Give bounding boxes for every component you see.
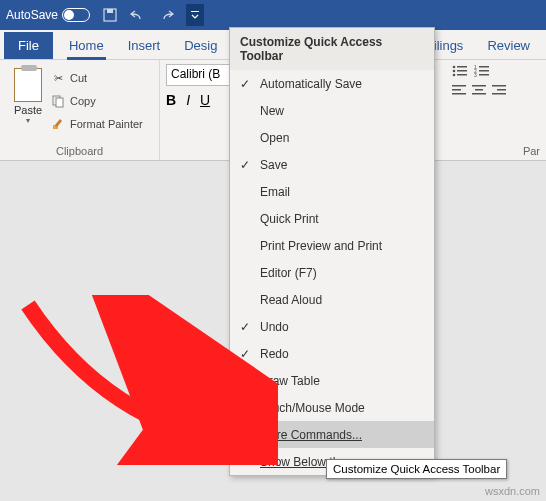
paintbrush-icon [50, 116, 66, 132]
menu-item-new[interactable]: New [230, 97, 434, 124]
italic-button[interactable]: I [186, 92, 190, 108]
cut-button[interactable]: ✂ Cut [50, 68, 143, 88]
svg-rect-21 [472, 85, 486, 87]
paste-button[interactable]: Paste ▾ [6, 64, 50, 156]
svg-rect-26 [492, 93, 506, 95]
tab-home[interactable]: Home [57, 32, 116, 59]
format-painter-label: Format Painter [70, 118, 143, 130]
tooltip: Customize Quick Access Toolbar [326, 459, 507, 479]
svg-rect-24 [492, 85, 506, 87]
paste-label: Paste [14, 104, 42, 116]
qat-dropdown-button[interactable] [186, 4, 204, 26]
svg-rect-23 [472, 93, 486, 95]
copy-label: Copy [70, 95, 96, 107]
menu-item-save[interactable]: Save [230, 151, 434, 178]
tab-file[interactable]: File [4, 32, 53, 59]
svg-rect-17 [479, 74, 489, 76]
align-center-icon[interactable] [472, 84, 486, 96]
qat-customize-menu: Customize Quick Access Toolbar Automatic… [229, 27, 435, 476]
scissors-icon: ✂ [50, 70, 66, 86]
tab-review[interactable]: Review [475, 32, 542, 59]
tab-design[interactable]: Desig [172, 32, 229, 59]
menu-item-editor-f7[interactable]: Editor (F7) [230, 259, 434, 286]
svg-rect-11 [457, 74, 467, 76]
menu-item-draw-table[interactable]: Draw Table [230, 367, 434, 394]
svg-rect-25 [497, 89, 506, 91]
align-left-icon[interactable] [452, 84, 466, 96]
svg-rect-9 [457, 70, 467, 72]
cut-label: Cut [70, 72, 87, 84]
bullets-icon[interactable] [452, 64, 468, 78]
watermark: wsxdn.com [485, 485, 540, 497]
svg-rect-7 [457, 66, 467, 68]
paragraph-group: 123 Par [446, 60, 546, 160]
title-bar: AutoSave [0, 0, 546, 30]
svg-rect-18 [452, 85, 466, 87]
menu-item-read-aloud[interactable]: Read Aloud [230, 286, 434, 313]
numbering-icon[interactable]: 123 [474, 64, 490, 78]
bold-button[interactable]: B [166, 92, 176, 108]
chevron-down-icon: ▾ [26, 116, 30, 125]
menu-item-automatically-save[interactable]: Automatically Save [230, 70, 434, 97]
menu-item-more-commands[interactable]: More Commands... [230, 421, 434, 448]
clipboard-group: Paste ▾ ✂ Cut Copy Format Painter Clipbo… [0, 60, 160, 160]
svg-rect-15 [479, 70, 489, 72]
paragraph-group-label: Par [523, 145, 540, 157]
format-painter-button[interactable]: Format Painter [50, 114, 143, 134]
svg-point-8 [453, 70, 456, 73]
menu-item-undo[interactable]: Undo [230, 313, 434, 340]
toggle-switch-icon [62, 8, 90, 22]
menu-item-print-preview-and-print[interactable]: Print Preview and Print [230, 232, 434, 259]
menu-item-open[interactable]: Open [230, 124, 434, 151]
clipboard-group-label: Clipboard [0, 145, 159, 157]
underline-button[interactable]: U [200, 92, 210, 108]
svg-rect-22 [475, 89, 483, 91]
align-right-icon[interactable] [492, 84, 506, 96]
autosave-label: AutoSave [6, 8, 58, 22]
svg-rect-19 [452, 89, 461, 91]
svg-point-6 [453, 66, 456, 69]
svg-rect-13 [479, 66, 489, 68]
svg-rect-2 [191, 11, 199, 12]
svg-rect-20 [452, 93, 466, 95]
menu-item-touch-mouse-mode[interactable]: Touch/Mouse Mode [230, 394, 434, 421]
copy-button[interactable]: Copy [50, 91, 143, 111]
paste-icon [14, 68, 42, 102]
svg-rect-4 [56, 98, 63, 107]
save-icon[interactable] [98, 3, 122, 27]
svg-rect-1 [107, 9, 113, 13]
menu-title: Customize Quick Access Toolbar [230, 28, 434, 70]
svg-point-10 [453, 74, 456, 77]
redo-icon[interactable] [154, 3, 178, 27]
tab-insert[interactable]: Insert [116, 32, 173, 59]
svg-text:3: 3 [474, 72, 477, 78]
copy-icon [50, 93, 66, 109]
menu-item-redo[interactable]: Redo [230, 340, 434, 367]
undo-icon[interactable] [126, 3, 150, 27]
autosave-toggle[interactable]: AutoSave [6, 8, 90, 22]
quick-access-toolbar [98, 3, 204, 27]
menu-item-email[interactable]: Email [230, 178, 434, 205]
menu-item-quick-print[interactable]: Quick Print [230, 205, 434, 232]
